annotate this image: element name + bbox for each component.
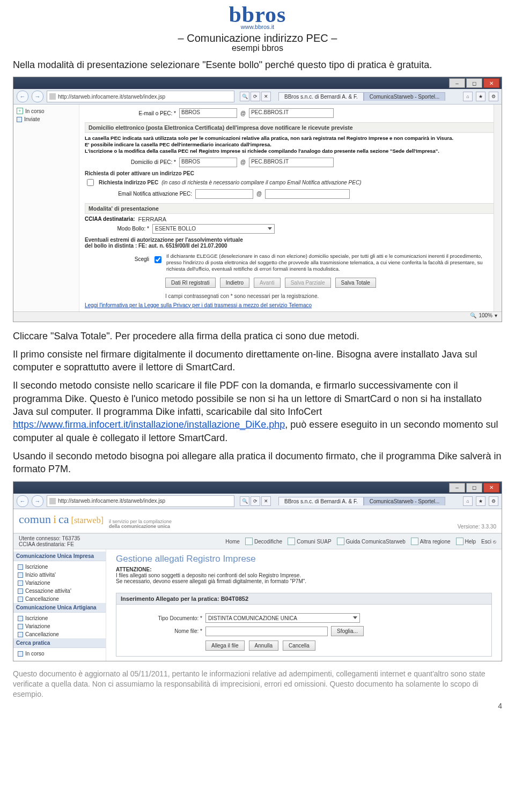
logo-url: www.bbros.it — [13, 24, 502, 30]
browser-tab-2[interactable]: ComunicaStarweb - Sportel... — [364, 92, 446, 101]
nav-guida[interactable]: Guida ComunicaStarweb — [337, 538, 406, 545]
refresh-icon[interactable]: ⟳ — [251, 92, 260, 101]
browser-tab-1[interactable]: BBros s.n.c. di Bernardi A. & F. — [278, 497, 364, 505]
user-bar: Utente connesso: T63735 CCIAA destinatar… — [13, 533, 502, 549]
nav-altra-regione[interactable]: Altra regione — [411, 538, 451, 545]
nav-help[interactable]: Help — [456, 538, 476, 545]
guide-icon — [337, 538, 344, 545]
dike-link[interactable]: https://www.firma.infocert.it/installazi… — [13, 419, 285, 430]
stop-icon[interactable]: ✕ — [261, 496, 271, 506]
email-domain-input[interactable]: PEC.BBROS.IT — [249, 108, 334, 118]
sidebar-item[interactable]: Cancellazione — [17, 630, 102, 638]
close-button[interactable]: ✕ — [483, 483, 499, 493]
scegli-checkbox[interactable] — [154, 256, 161, 263]
mid-paragraph-4: Usando il secondo metodo bisogna poi all… — [13, 450, 502, 476]
sidebar-item[interactable]: Variazione — [17, 622, 102, 630]
maximize-button[interactable]: ◻ — [466, 78, 482, 88]
search-icon[interactable]: 🔍 — [240, 496, 249, 506]
annulla-button[interactable]: Annulla — [249, 640, 278, 651]
forward-icon[interactable]: → — [32, 495, 43, 507]
allega-file-button[interactable]: Allega il file — [205, 640, 245, 651]
cciaa-label: CCIAA destinataria: — [85, 216, 135, 222]
sidebar-item[interactable]: In corso — [17, 650, 102, 658]
favorites-icon[interactable]: ★ — [476, 496, 485, 506]
avanti-button[interactable]: Avanti — [254, 278, 281, 288]
richiesta-subhead: Richiesta di poter attivare un indirizzo… — [85, 170, 496, 176]
domicilio-note: La casella PEC indicata sarà utilizzata … — [85, 135, 496, 154]
sidebar-item[interactable]: Inizio attivita' — [17, 571, 102, 579]
stop-icon[interactable]: ✕ — [261, 92, 271, 101]
email-user-input[interactable]: BBROS — [179, 108, 237, 118]
notif-domain-input[interactable] — [265, 189, 350, 199]
dati-ri-button[interactable]: Dati RI registrati — [165, 278, 216, 288]
nav-esci[interactable]: Esci⎋ — [481, 539, 496, 545]
nav-suap[interactable]: Comuni SUAP — [288, 538, 331, 545]
scrollbar-vertical[interactable] — [494, 105, 502, 311]
notif-user-input[interactable] — [195, 189, 253, 199]
tipo-documento-value: DISTINTA COMUNICAZIONE UNICA — [208, 615, 297, 621]
version-label: Versione: 3.3.30 — [458, 524, 496, 530]
zoom-control[interactable]: 🔍 100% ▾ — [470, 312, 497, 318]
domicilio-domain-input[interactable]: PEC.BBROS.IT — [249, 158, 334, 167]
richiesta-hint: (in caso di richiesta è necessario compi… — [161, 180, 361, 185]
browser-tab-1[interactable]: BBros s.n.c. di Bernardi A. & F. — [278, 92, 364, 101]
close-button[interactable]: ✕ — [483, 78, 499, 88]
back-icon[interactable]: ← — [17, 495, 28, 507]
logo-comun: comun — [19, 512, 51, 526]
app-header: comunica [starweb] il servizio per la co… — [13, 509, 502, 534]
sidebar-item-incorso[interactable]: + In corso — [17, 108, 76, 114]
tools-icon[interactable]: ⚙ — [489, 92, 498, 101]
tipo-documento-select[interactable]: DISTINTA COMUNICAZIONE UNICA — [205, 613, 360, 623]
sidebar-item[interactable]: Cancellazione — [17, 595, 102, 603]
home-icon[interactable]: ⌂ — [463, 92, 473, 101]
privacy-link[interactable]: Leggi l'informativa per la Legge sulla P… — [85, 302, 496, 308]
forward-icon[interactable]: → — [32, 91, 43, 102]
sidebar-label: Iscrizione — [25, 615, 48, 621]
note-line: La casella PEC indicata sarà utilizzata … — [85, 135, 453, 141]
bullet-icon — [18, 572, 23, 578]
nome-file-input[interactable] — [205, 627, 328, 636]
minimize-button[interactable]: – — [449, 78, 465, 88]
attention-head: ATTENZIONE: — [116, 567, 492, 572]
salva-totale-button[interactable]: Salva Totale — [335, 278, 376, 288]
address-bar[interactable]: http://starweb.infocamere.it/starweb/ind… — [47, 495, 234, 507]
logo-text: bbros — [13, 3, 502, 26]
maximize-button[interactable]: ◻ — [466, 483, 482, 493]
bollo-value: ESENTE BOLLO — [155, 226, 196, 232]
nome-file-label: Nome file: * — [138, 628, 202, 634]
cancella-button[interactable]: Cancella — [283, 640, 315, 651]
window-titlebar: – ◻ ✕ — [13, 482, 502, 494]
tools-icon[interactable]: ⚙ — [489, 496, 498, 506]
sfoglia-button[interactable]: Sfoglia... — [331, 626, 364, 636]
nav-decodifiche[interactable]: Decodifiche — [245, 538, 282, 545]
search-icon[interactable]: 🔍 — [240, 92, 249, 101]
sidebar-item[interactable]: Iscrizione — [17, 614, 102, 622]
favorites-icon[interactable]: ★ — [476, 92, 485, 101]
cciaa-value: FERRARA — [138, 216, 167, 222]
domicilio-user-input[interactable]: BBROS — [179, 158, 237, 167]
at-symbol: @ — [256, 191, 262, 197]
sidebar-item[interactable]: Cessazione attivita' — [17, 587, 102, 595]
richiesta-checkbox[interactable] — [87, 179, 94, 186]
bullet-icon — [18, 616, 23, 621]
home-icon[interactable]: ⌂ — [463, 496, 473, 506]
sidebar-item-inviate[interactable]: Inviate — [17, 116, 76, 122]
nav-label: Altra regione — [420, 539, 451, 545]
indietro-button[interactable]: Indietro — [220, 278, 249, 288]
tree-expand-icon[interactable]: + — [17, 108, 23, 114]
back-icon[interactable]: ← — [17, 91, 28, 102]
text-span: Il secondo metodo consiste nello scarica… — [13, 380, 482, 417]
minimize-button[interactable]: – — [449, 483, 465, 493]
browser-tab-2[interactable]: ComunicaStarweb - Sportel... — [364, 497, 446, 505]
address-bar[interactable]: http://starweb.infocamere.it/starweb/ind… — [47, 91, 234, 102]
sidebar-label: In corso — [25, 108, 45, 114]
bollo-select[interactable]: ESENTE BOLLO — [152, 224, 275, 234]
main-content-2: Gestione allegati Registro Imprese ATTEN… — [106, 549, 502, 661]
sidebar-item[interactable]: Variazione — [17, 579, 102, 587]
sidebar-item[interactable]: Iscrizione — [17, 563, 102, 571]
salva-parziale-button[interactable]: Salva Parziale — [285, 278, 331, 288]
refresh-icon[interactable]: ⟳ — [251, 496, 260, 506]
logo-starweb: [starweb] — [71, 516, 104, 525]
nav-home[interactable]: Home — [225, 539, 240, 545]
comunica-logo: comunica [starweb] il servizio per la co… — [19, 512, 172, 530]
